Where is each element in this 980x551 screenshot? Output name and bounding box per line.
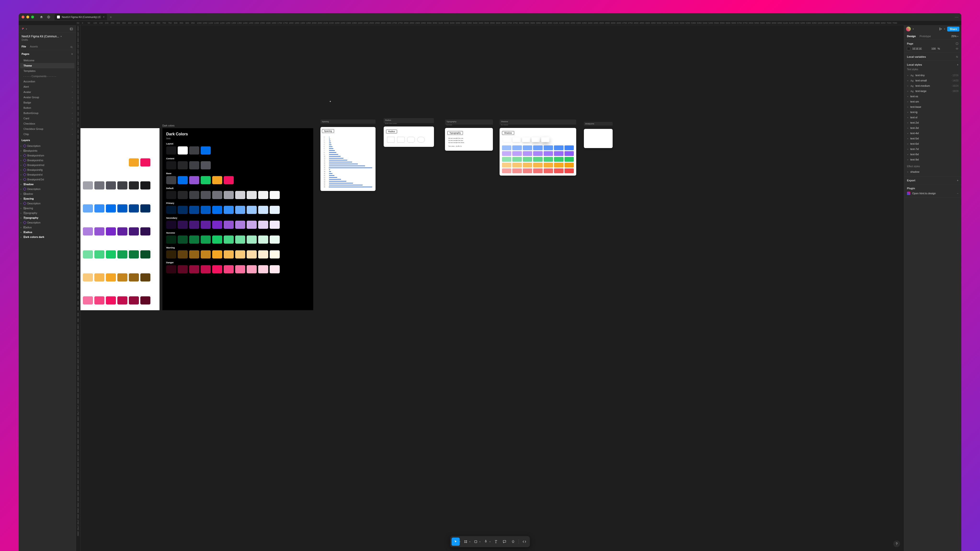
color-swatch[interactable] [94, 296, 104, 304]
color-swatch[interactable] [212, 176, 222, 184]
color-swatch[interactable] [224, 265, 234, 273]
page-item[interactable]: Templates [19, 68, 76, 73]
color-swatch[interactable] [189, 250, 199, 258]
shadow-swatch[interactable] [502, 169, 511, 173]
color-swatch[interactable] [106, 250, 116, 258]
shadow-swatch[interactable] [512, 157, 522, 162]
layer-item[interactable]: Breakpoint/xl [19, 172, 76, 177]
shadow-swatch[interactable] [554, 145, 563, 150]
page-color-input[interactable] [912, 47, 927, 50]
color-swatch[interactable] [129, 250, 139, 258]
close-window-button[interactable] [22, 16, 24, 18]
home-icon[interactable] [40, 15, 43, 19]
shadow-swatch[interactable] [544, 145, 553, 150]
color-swatch[interactable] [140, 182, 150, 190]
layer-item[interactable]: Typography [19, 210, 76, 215]
tab-design[interactable]: Design [907, 33, 916, 40]
color-swatch[interactable] [212, 191, 222, 199]
color-swatch[interactable] [129, 296, 139, 304]
color-swatch[interactable] [178, 250, 188, 258]
color-swatch[interactable] [258, 191, 268, 199]
page-item[interactable]: Welcome [19, 58, 76, 63]
layer-item[interactable]: Breakpoint/md [19, 162, 76, 167]
color-swatch[interactable] [270, 206, 280, 214]
color-swatch[interactable] [189, 191, 199, 199]
color-swatch[interactable] [212, 250, 222, 258]
color-swatch[interactable] [224, 236, 234, 244]
color-swatch[interactable] [235, 191, 245, 199]
color-swatch[interactable] [166, 236, 176, 244]
color-swatch[interactable] [140, 227, 150, 236]
color-swatch[interactable] [224, 221, 234, 229]
shape-tool[interactable] [472, 538, 480, 546]
color-swatch[interactable] [166, 250, 176, 258]
export-section[interactable]: Export + [904, 176, 961, 185]
add-style-button[interactable]: + [957, 63, 958, 66]
color-swatch[interactable] [258, 265, 268, 273]
page-item[interactable]: Alert⬨ [19, 84, 76, 89]
figma-logo-icon[interactable] [22, 27, 25, 31]
layer-item[interactable]: Breakpoint/xs [19, 158, 76, 162]
layer-item[interactable]: Spacing [19, 206, 76, 210]
color-swatch[interactable] [212, 265, 222, 273]
color-swatch[interactable] [201, 221, 211, 229]
layer-item[interactable]: Breakpoint/lg [19, 167, 76, 172]
layer-item[interactable]: Breakpoints [19, 148, 76, 153]
shadow-swatch[interactable] [512, 151, 522, 156]
color-swatch[interactable] [270, 265, 280, 273]
frame-tool-caret[interactable]: ▾ [469, 541, 470, 543]
color-swatch[interactable] [83, 250, 93, 258]
move-tool[interactable] [452, 538, 460, 546]
shadow-swatch[interactable] [502, 145, 511, 150]
layer-item[interactable]: Dark colors dark [19, 234, 76, 239]
color-swatch[interactable] [201, 265, 211, 273]
color-swatch[interactable] [106, 273, 116, 282]
window-menu-button[interactable]: ⋯ [955, 15, 958, 19]
page-item[interactable]: Button⬨ [19, 105, 76, 110]
layer-item[interactable]: Description [19, 201, 76, 206]
color-swatch[interactable] [235, 236, 245, 244]
shadow-swatch[interactable] [554, 151, 563, 156]
color-swatch[interactable] [189, 265, 199, 273]
color-swatch[interactable] [178, 147, 188, 154]
shadow-swatch[interactable] [533, 151, 542, 156]
file-info[interactable]: NextUI Figma Kit (Commun... Drafts [19, 33, 76, 43]
color-swatch[interactable] [178, 221, 188, 229]
color-swatch[interactable] [83, 182, 93, 190]
text-style-item[interactable]: text-base [907, 104, 958, 110]
color-swatch[interactable] [83, 204, 93, 212]
layer-item[interactable]: Radius [19, 225, 76, 230]
color-swatch[interactable] [129, 227, 139, 236]
color-swatch[interactable] [247, 191, 257, 199]
color-swatch[interactable] [247, 236, 257, 244]
color-swatch[interactable] [166, 147, 176, 154]
color-swatch[interactable] [212, 236, 222, 244]
color-swatch[interactable] [189, 176, 199, 184]
plugin-item[interactable]: Open html.to.design − [907, 192, 958, 195]
color-swatch[interactable] [83, 296, 93, 304]
color-swatch[interactable] [224, 250, 234, 258]
text-style-item[interactable]: text-xl [907, 115, 958, 120]
frame-tool[interactable] [462, 538, 470, 546]
page-item[interactable]: Checkbox⬨ [19, 121, 76, 126]
color-swatch[interactable] [166, 161, 176, 169]
add-page-button[interactable]: + [71, 52, 73, 56]
tab-file[interactable]: File [22, 45, 26, 50]
color-swatch[interactable] [166, 191, 176, 199]
share-button[interactable]: Share [947, 27, 959, 31]
shadow-swatch[interactable] [523, 162, 532, 167]
text-style-item[interactable]: text-7xl [907, 147, 958, 152]
text-tool[interactable] [492, 538, 500, 546]
color-swatch[interactable] [83, 227, 93, 236]
new-tab-button[interactable]: + [110, 15, 112, 19]
community-icon[interactable] [47, 15, 50, 19]
shadow-swatch[interactable] [502, 162, 511, 167]
page-color-swatch[interactable] [907, 47, 910, 50]
color-swatch[interactable] [129, 204, 139, 212]
color-swatch[interactable] [247, 221, 257, 229]
layer-item[interactable]: Description [19, 186, 76, 191]
page-item[interactable]: - - - - - Components - - - - - - [19, 73, 76, 79]
text-style-item[interactable]: text-8xl [907, 152, 958, 157]
plugin-remove-button[interactable]: − [957, 192, 958, 195]
color-swatch[interactable] [94, 204, 104, 212]
